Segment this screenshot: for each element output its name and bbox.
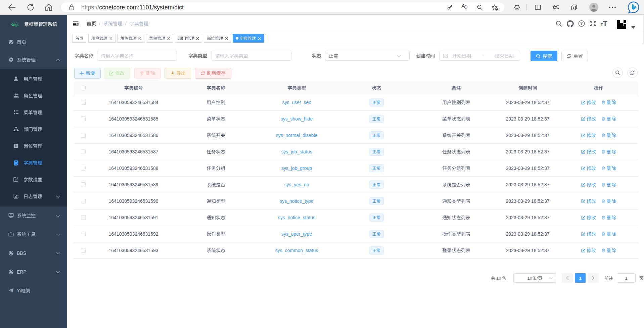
- svg-text:?: ?: [580, 21, 583, 26]
